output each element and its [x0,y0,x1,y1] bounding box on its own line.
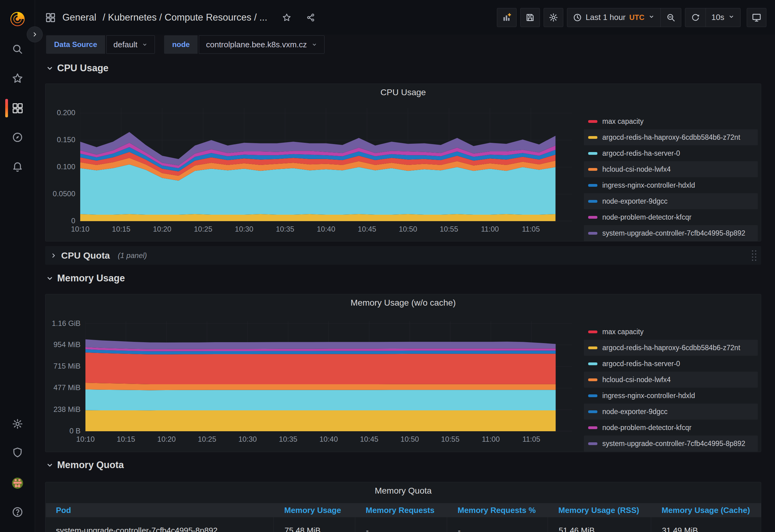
legend-item[interactable]: node-problem-detector-kfcqr [584,420,758,436]
server-admin-shield-icon[interactable] [0,441,35,464]
chevron-right-icon [50,252,57,259]
legend-item[interactable]: hcloud-csi-node-lwfx4 [584,161,758,177]
x-axis-tick-label: 10:25 [189,435,225,444]
x-axis-tick-label: 10:50 [391,435,428,444]
x-axis-tick-label: 10:40 [307,225,344,233]
table-cell: - [447,517,548,532]
save-dashboard-button[interactable] [520,8,540,27]
help-icon[interactable] [0,501,35,523]
table-cell: 31.49 MiB [651,517,761,532]
starred-icon[interactable] [0,67,35,89]
datasource-variable-select[interactable]: default [106,35,155,54]
share-icon[interactable] [306,13,315,22]
legend-item[interactable]: argocd-redis-ha-haproxy-6cdbb584b6-z72nt [584,340,758,356]
dashboard-toolbar: Last 1 hour UTC 10s [497,8,766,27]
x-axis-tick-label: 10:45 [348,225,385,233]
table-column-header[interactable]: Memory Usage (RSS) [548,506,651,515]
dashboards-icon[interactable] [0,97,35,119]
legend-item[interactable]: system-upgrade-controller-7cfb4c4995-8p8… [584,436,758,452]
explore-compass-icon[interactable] [0,126,35,148]
kiosk-mode-button[interactable] [747,8,766,27]
y-axis-tick-label: 477 MiB [45,383,80,392]
time-range-picker[interactable]: Last 1 hour UTC [567,8,660,27]
dashboard-grid-icon [45,12,56,23]
table-column-header[interactable]: Memory Requests [355,506,447,515]
memory-usage-panel: Memory Usage (w/o cache) 0 B238 MiB477 M… [45,294,761,452]
legend-label: hcloud-csi-node-lwfx4 [602,376,671,384]
search-icon[interactable] [0,38,35,60]
stacked-area-chart [80,108,572,221]
legend-item[interactable]: max capacity [584,324,758,340]
legend-item[interactable]: system-upgrade-controller-7cfb4c4995-8p8… [584,225,758,241]
node-variable-select[interactable]: controlplane.bee.k8s.vxm.cz [199,35,324,54]
cpu-usage-panel: CPU Usage 00.05000.1000.1500.20010:1010:… [45,84,761,241]
alerting-bell-icon[interactable] [0,155,35,178]
chart-plot-area[interactable] [80,108,572,221]
legend-item[interactable]: node-exporter-9dgcc [584,404,758,420]
table-column-header[interactable]: Memory Usage [273,506,355,515]
table-column-header[interactable]: Memory Requests % [447,506,548,515]
table-cell: - [355,517,447,532]
star-dashboard-icon[interactable] [282,13,291,22]
dashboard-settings-button[interactable] [544,8,563,27]
legend-item[interactable]: argocd-redis-ha-server-0 [584,145,758,161]
legend-label: max capacity [602,328,644,336]
panel-title[interactable]: CPU Usage [45,88,761,97]
legend-color-swatch [588,394,597,397]
legend-item[interactable]: argocd-redis-ha-server-0 [584,356,758,372]
legend-item[interactable]: node-problem-detector-kfcqr [584,209,758,225]
chevron-down-icon [46,65,53,72]
table-row[interactable]: system-upgrade-controller-7cfb4c4995-8p8… [46,517,761,532]
x-axis-tick-label: 11:00 [472,435,509,444]
clock-icon [573,13,582,22]
x-axis-tick-label: 10:10 [62,225,99,233]
x-axis-tick-label: 11:00 [472,225,508,233]
time-picker-group: Last 1 hour UTC [567,8,681,27]
datasource-variable-label: Data Source [46,35,105,54]
x-axis-tick-label: 10:35 [267,225,303,233]
legend-item[interactable]: max capacity [584,113,758,129]
section-header-memory-usage[interactable]: Memory Usage [46,272,125,285]
panel-title[interactable]: Memory Usage (w/o cache) [45,298,761,308]
settings-gear-icon[interactable] [0,413,35,435]
sidebar-expand-button[interactable] [27,26,43,42]
series-system-upgrade-controller-7cfb4c4995-8p892 [85,339,556,349]
x-axis-tick-label: 10:55 [432,435,469,444]
x-axis-tick-label: 10:55 [431,225,468,233]
section-header-cpu-quota[interactable]: CPU Quota (1 panel) [45,246,761,265]
refresh-interval-picker[interactable]: 10s [706,8,740,27]
section-header-memory-quota[interactable]: Memory Quota [46,458,124,472]
drag-handle[interactable] [752,250,756,261]
dashboard-header: General / Kubernetes / Compute Resources… [35,0,775,35]
x-axis-tick-label: 10:50 [390,225,427,233]
refresh-interval-label: 10s [711,13,724,22]
legend-label: argocd-redis-ha-server-0 [602,360,680,368]
stacked-area-chart [85,321,572,431]
legend-label: argocd-redis-ha-haproxy-6cdbb584b6-z72nt [602,344,740,352]
x-axis-tick-label: 10:20 [148,435,185,444]
breadcrumb[interactable]: General / Kubernetes / Compute Resources… [62,12,267,23]
x-axis-tick-label: 11:05 [513,435,550,444]
legend-item[interactable]: hcloud-csi-node-lwfx4 [584,372,758,388]
table-column-header[interactable]: Memory Usage (Cache) [651,506,761,515]
legend-item[interactable]: argocd-redis-ha-haproxy-6cdbb584b6-z72nt [584,129,758,145]
legend-item[interactable]: node-exporter-9dgcc [584,193,758,209]
y-axis-tick-label: 0.200 [45,108,75,117]
legend-item[interactable]: ingress-nginx-controller-hdxld [584,177,758,193]
panel-title[interactable]: Memory Quota [45,486,761,496]
table-column-header[interactable]: Pod [46,506,273,515]
add-panel-button[interactable] [497,8,517,27]
refresh-button[interactable] [685,8,706,27]
legend-label: hcloud-csi-node-lwfx4 [602,165,671,174]
zoom-out-time-button[interactable] [660,8,681,27]
user-avatar[interactable] [0,472,35,494]
chart-plot-area[interactable] [85,321,572,431]
legend-color-swatch [588,362,597,365]
zoom-out-icon [666,13,675,22]
section-header-cpu-usage[interactable]: CPU Usage [46,61,108,75]
chevron-down-icon [142,41,148,48]
grafana-logo-icon[interactable] [9,10,26,28]
y-axis-tick-label: 0.150 [45,135,75,144]
legend-item[interactable]: ingress-nginx-controller-hdxld [584,388,758,404]
y-axis-tick-label: 0.0500 [45,190,75,198]
